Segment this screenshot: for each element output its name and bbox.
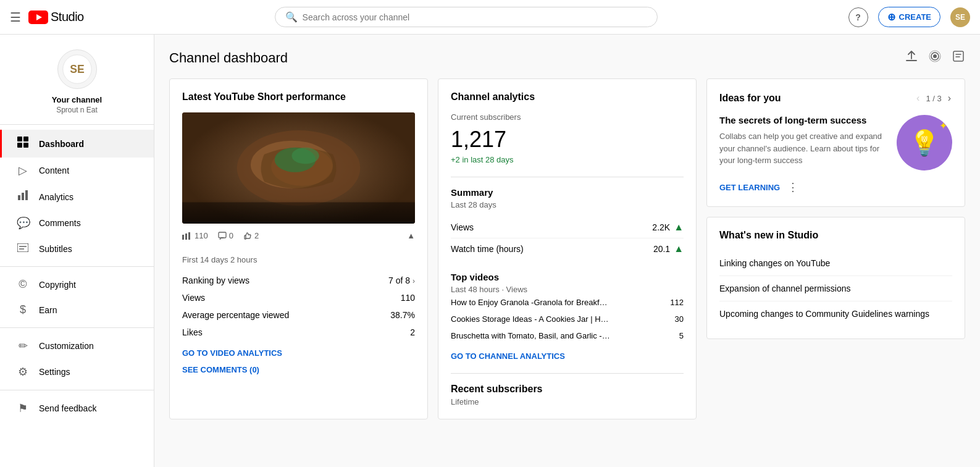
views-row: Views 110 [182,289,415,306]
ideas-prev-arrow[interactable]: ‹ [915,91,921,105]
sidebar-label-send-feedback: Send feedback [39,403,96,413]
channel-logo-svg: SE [62,54,92,84]
watchtime-analytics-row: Watch time (hours) 20.1 ▲ [451,238,684,259]
sidebar-item-send-feedback[interactable]: ⚑ Send feedback [0,395,154,421]
nav-divider-2 [0,327,154,328]
likes-stat: 2 [243,231,259,240]
channel-analytics-title: Channel analytics [451,91,684,103]
nav-section: Dashboard ▷ Content Analytics 💬 Comments [0,125,154,426]
sidebar-label-customization: Customization [39,341,94,351]
sidebar-label-dashboard: Dashboard [39,139,84,149]
analytics-icon [17,190,29,204]
whats-new-title: What's new in Studio [719,230,952,241]
short-thumbnail[interactable] [182,112,415,224]
svg-rect-6 [17,143,22,148]
bar-chart-icon [182,232,192,240]
hamburger-menu[interactable]: ☰ [10,10,21,25]
sidebar-item-customization[interactable]: ✏ Customization [0,333,154,359]
whats-new-item-2[interactable]: Expansion of channel permissions [719,276,952,301]
see-comments-link[interactable]: SEE COMMENTS (0) [182,365,415,374]
whats-new-item-3[interactable]: Upcoming changes to Community Guidelines… [719,301,952,326]
nav-divider-3 [0,390,154,390]
page-title-actions [905,49,965,66]
thumbnail-overlay [182,199,415,224]
copyright-icon: © [17,278,29,291]
ideas-headline: The secrets of long-term success [719,115,887,125]
recent-subs-section: Recent subscribers Lifetime [451,373,684,406]
dashboard-icon [17,136,29,151]
avatar[interactable]: SE [950,7,970,27]
svg-rect-4 [17,137,22,141]
sidebar-item-earn[interactable]: $ Earn [0,297,154,322]
upload-button[interactable] [905,49,918,66]
ideas-next-arrow[interactable]: › [947,91,952,105]
perf-section: First 14 days 2 hours Ranking by views 7… [182,248,415,341]
dashboard-grid: Latest YouTube Short performance [169,78,965,419]
svg-rect-10 [25,190,28,200]
sidebar-item-comments[interactable]: 💬 Comments [0,210,154,236]
page-title: Channel dashboard [169,50,288,66]
go-to-video-analytics-link[interactable]: GO TO VIDEO ANALYTICS [182,348,415,358]
right-column: Ideas for you ‹ 1 / 3 › The secrets of l… [706,78,965,419]
svg-point-24 [291,148,319,164]
likes-value: 2 [410,327,415,337]
likes-row: Likes 2 [182,324,415,341]
create-button[interactable]: ⊕ CREATE [878,7,940,27]
svg-rect-28 [188,232,190,240]
topnav-left: ☰ Studio [10,10,84,25]
whats-new-item-1[interactable]: Linking changes on YouTube [719,251,952,276]
views-stat-value: 110 [195,231,208,240]
sidebar-item-analytics[interactable]: Analytics [0,183,154,210]
settings-icon: ⚙ [17,365,29,379]
top-video-title-3: Bruschetta with Tomato, Basil, and Garli… [451,331,611,340]
top-video-row-1: How to Enjoy Granola -Granola for Breakf… [451,294,684,311]
current-subs-section: Current subscribers 1,217 +2 in last 28 … [451,112,684,164]
like-icon [243,232,252,240]
expand-button[interactable]: ▲ [407,231,415,240]
top-videos-header: Top videos [451,272,684,282]
comment-icon [218,232,227,240]
create-icon: ⊕ [887,11,895,23]
yt-studio-logo[interactable]: Studio [28,10,84,24]
sidebar-item-content[interactable]: ▷ Content [0,158,154,183]
svg-rect-11 [17,243,28,252]
svg-rect-7 [23,143,28,148]
sidebar-item-settings[interactable]: ⚙ Settings [0,359,154,385]
svg-point-15 [933,54,937,58]
get-learning-button[interactable]: GET LEARNING [719,183,780,192]
sidebar-item-dashboard[interactable]: Dashboard [0,130,154,158]
views-label: Views [182,293,205,303]
edit-button[interactable] [952,49,965,66]
search-input[interactable] [303,12,647,22]
views-value: 110 [401,293,415,303]
recent-subs-header: Recent subscribers [451,384,684,395]
live-button[interactable] [928,49,942,66]
search-area: 🔍 [94,7,839,27]
sparkles-icon: ✦ [939,120,947,132]
search-box: 🔍 [275,7,658,27]
svg-rect-9 [22,193,24,200]
top-video-views-1: 112 [670,298,684,307]
earn-icon: $ [17,303,29,316]
sidebar-label-subtitles: Subtitles [39,244,72,254]
comments-stat: 0 [218,231,233,240]
sidebar-item-subtitles[interactable]: Subtitles [0,236,154,261]
views-analytics-label: Views [451,222,474,232]
top-video-row-3: Bruschetta with Tomato, Basil, and Garli… [451,327,684,344]
page-title-area: Channel dashboard [169,49,965,66]
views-up-arrow: ▲ [674,222,684,233]
sidebar-item-copyright[interactable]: © Copyright [0,272,154,297]
ideas-more-button[interactable]: ⋮ [787,180,798,194]
ideas-footer: GET LEARNING ⋮ [719,180,952,194]
channel-name: Your channel [52,95,102,104]
top-video-views-2: 30 [675,314,684,324]
help-button[interactable]: ? [848,7,868,27]
sidebar-label-analytics: Analytics [39,192,73,202]
studio-text: Studio [51,10,84,24]
video-stats: 110 0 2 ▲ [182,231,415,240]
avg-pct-value: 38.7% [390,310,415,320]
go-to-channel-analytics-link[interactable]: GO TO CHANNEL ANALYTICS [451,351,684,361]
comments-stat-value: 0 [229,231,233,240]
main-content: Channel dashboard [154,35,980,467]
subtitles-icon [17,242,29,255]
